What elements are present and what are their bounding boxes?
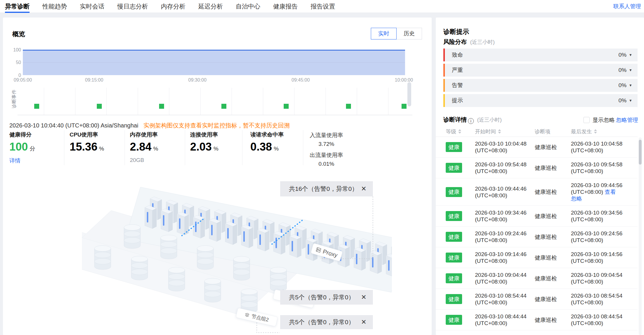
scrollbar-track[interactable] [639,137,642,335]
ignore-link[interactable]: 忽略 [571,196,582,202]
realtime-toggle-button[interactable]: 实时 [371,28,397,39]
tab-内存分析[interactable]: 内存分析 [161,0,185,13]
metric-value: 0.38 [250,141,272,153]
realtime-notice: 实例架构图仅支持查看实时监控指标，暂不支持历史回溯 [143,122,290,129]
events-gridline [200,88,201,115]
show-ignored-label: 显示忽略 [593,116,615,124]
table-row[interactable]: 健康2026-03-10 09:54:48(UTC+08:00)健康巡检2026… [436,158,638,178]
x-tick: 10:00:00 [395,77,413,83]
diagnosis-event-marker[interactable] [34,104,39,109]
diagnosis-event-marker[interactable] [402,104,407,109]
table-row[interactable]: 健康2026-03-10 09:04:44(UTC+08:00)健康巡检2026… [436,268,638,289]
y-tick-50: 50 [8,60,21,65]
timestamp-row: 2026-03-10 10:04:40 (UTC+08:00) Asia/Sha… [9,122,290,129]
start-time: 2026-03-10 09:34:46(UTC+08:00) [475,209,535,223]
close-icon[interactable]: ✕ [361,293,366,301]
sort-icon[interactable] [458,129,461,134]
tab-报告设置[interactable]: 报告设置 [311,0,335,13]
events-gridline [169,88,169,115]
traffic-out-label: 出流量使用率 [306,151,347,159]
tab-性能趋势[interactable]: 性能趋势 [42,0,67,13]
table-row[interactable]: 健康2026-03-10 08:54:44(UTC+08:00)健康巡检2026… [436,289,638,310]
proxy-node [145,206,156,229]
sort-icon[interactable] [594,129,597,134]
tab-延迟分析[interactable]: 延迟分析 [198,0,223,13]
events-gridline [232,88,232,115]
chevron-down-icon[interactable]: ▼ [629,53,632,57]
overview-title: 概览 [12,30,25,39]
tab-健康报告[interactable]: 健康报告 [273,0,298,13]
proxy-count-text: 共16个（告警0，异常0） [289,185,358,193]
risk-item-严重[interactable]: 严重0%▼ [443,64,638,77]
last-time: 2026-03-10 08:34:54(UTC+08:00) [571,334,638,335]
table-row[interactable]: 健康2026-03-10 09:14:46(UTC+08:00)健康巡检2026… [436,247,638,268]
ignore-manage-link[interactable]: 忽略管理 [616,116,638,124]
start-time: 2026-03-10 09:24:46(UTC+08:00) [475,230,535,244]
table-row[interactable]: 健康2026-03-10 08:44:44(UTC+08:00)健康巡检2026… [436,310,638,330]
risk-item-告警[interactable]: 告警0%▼ [443,79,638,92]
group2-count-tooltip: 共5个（告警0，异常0） ✕ [280,315,373,329]
metric-unit: % [274,146,279,152]
column-header-最后发生[interactable]: 最后发生 [571,128,638,135]
diagnosis-item: 健康巡检 [535,234,571,240]
diagnosis-event-marker[interactable] [159,104,164,109]
proxy-count-tooltip: 共16个（告警0，异常0） ✕ [280,181,373,196]
tab-异常诊断[interactable]: 异常诊断 [5,0,30,13]
close-icon[interactable]: ✕ [361,318,366,326]
info-icon[interactable]: i [468,118,474,124]
level-badge: 健康 [446,211,462,221]
table-row[interactable]: 健康2026-03-10 09:24:46(UTC+08:00)健康巡检2026… [436,227,638,247]
column-header-开始时间[interactable]: 开始时间 [475,128,535,135]
metric-value: 15.36 [70,141,97,153]
events-gridline [388,88,388,115]
contact-admin-link[interactable]: 联系人管理 [613,0,641,13]
events-gridline [357,88,357,115]
risk-label: 致命 [452,51,463,59]
score-detail-link[interactable]: 详情 [9,158,20,164]
chevron-down-icon[interactable]: ▼ [629,68,632,72]
level-badge: 健康 [446,315,462,325]
level-badge: 健康 [446,232,462,242]
last-time: 2026-03-10 08:54:54(UTC+08:00) [571,292,638,306]
table-row[interactable]: 健康2026-03-10 10:04:48(UTC+08:00)健康巡检2026… [436,137,638,158]
history-toggle-button[interactable]: 历史 [396,28,422,39]
diagnosis-event-marker[interactable] [346,104,351,109]
scrollbar-thumb[interactable] [639,140,642,165]
events-gridline [106,88,107,115]
show-ignored-checkbox[interactable] [583,117,590,123]
chevron-down-icon[interactable]: ▼ [629,99,632,103]
metric-value: 100 [9,141,28,153]
table-row[interactable]: 健康2026-03-10 09:44:46(UTC+08:00)健康巡检2026… [436,178,638,206]
diagnosis-event-marker[interactable] [284,104,289,109]
traffic-in-value: 3.72% [306,141,347,147]
x-tick: 09:05:00 [14,77,32,83]
layers-icon [244,312,250,318]
tab-实时会话[interactable]: 实时会话 [80,0,104,13]
start-time: 2026-03-10 09:14:46(UTC+08:00) [475,251,535,264]
events-gridline [75,88,75,115]
view-link[interactable]: 查看 [605,189,616,195]
metric-label: 健康得分 [9,131,65,139]
chart-drag-handle[interactable] [407,82,411,106]
level-badge: 健康 [446,187,462,197]
last-time: 2026-03-10 09:44:56(UTC+08:00) 查看忽略 [571,182,638,202]
gridline-50 [23,62,405,63]
table-row[interactable]: 健康2026-03-10 09:34:46(UTC+08:00)健康巡检2026… [436,206,638,227]
tab-慢日志分析[interactable]: 慢日志分析 [117,0,148,13]
close-icon[interactable]: ✕ [361,185,366,193]
chevron-down-icon[interactable]: ▼ [629,83,632,87]
diagnosis-item: 健康巡检 [535,317,571,323]
risk-item-提示[interactable]: 提示0%▼ [443,94,638,107]
tab-自治中心[interactable]: 自治中心 [236,0,260,13]
risk-subtitle: (近三小时) [470,39,495,45]
diagnosis-event-marker[interactable] [97,104,102,109]
start-time: 2026-03-10 08:44:44(UTC+08:00) [475,313,535,327]
overview-card: 概览 实时 历史 100 50 0 09:05:0009:15:0009:30:… [3,18,432,335]
risk-item-致命[interactable]: 致命0%▼ [443,49,638,61]
last-time: 2026-03-10 09:24:56(UTC+08:00) [571,230,638,244]
sort-icon[interactable] [498,129,501,134]
diagnosis-event-marker[interactable] [221,104,226,109]
column-header-等级[interactable]: 等级 [446,128,475,135]
table-row[interactable]: 健康2026-03-10 08:34:44(UTC+08:00)健康巡检2026… [436,330,638,335]
realtime-history-toggle: 实时 历史 [371,28,422,39]
